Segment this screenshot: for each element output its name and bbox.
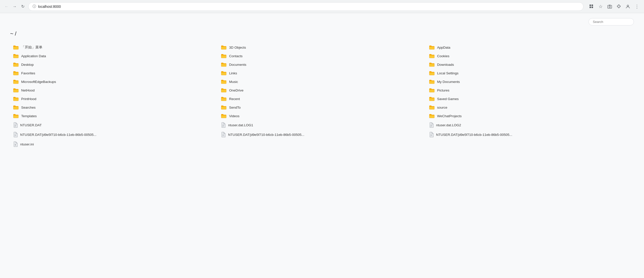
forward-button[interactable]: →: [11, 3, 18, 10]
folder-icon: [13, 54, 19, 58]
file-item[interactable]: NTUSER.DAT{d9e5f710-b6cb-11eb-86b5-00505…: [218, 130, 426, 139]
svg-rect-0: [590, 5, 591, 6]
folder-icon: [429, 45, 435, 50]
folder-icon: [13, 71, 19, 75]
file-item[interactable]: ntuser.dat.LOG1: [218, 120, 426, 130]
reload-button[interactable]: ↻: [19, 3, 26, 10]
file-icon: [13, 122, 18, 128]
file-icon: [429, 122, 434, 128]
item-name: Application Data: [21, 54, 46, 58]
item-name: Local Settings: [437, 71, 459, 75]
item-name: MicrosoftEdgeBackups: [21, 80, 56, 84]
grid-view-button[interactable]: [587, 3, 596, 11]
folder-item[interactable]: WeChatProjects: [426, 112, 634, 120]
item-name: ntuser.dat.LOG2: [436, 123, 461, 127]
folder-item[interactable]: SendTo: [218, 103, 426, 112]
dat2-file-icon: [221, 132, 226, 137]
folder-item[interactable]: MicrosoftEdgeBackups: [10, 77, 218, 86]
file-item[interactable]: ntuser.dat.LOG2: [426, 120, 634, 130]
folder-item[interactable]: Pictures: [426, 86, 634, 95]
item-name: NTUSER.DAT{d9e5f710-b6cb-11eb-86b5-00505…: [20, 133, 96, 137]
folder-item[interactable]: Favorites: [10, 69, 218, 77]
file-item[interactable]: ntuser.ini: [10, 139, 218, 149]
item-name: Pictures: [437, 88, 450, 92]
folder-item[interactable]: Downloads: [426, 60, 634, 69]
file-item[interactable]: NTUSER.DAT{d9e5f710-b6cb-11eb-86b5-00505…: [10, 130, 218, 139]
url-display: localhost:8000: [38, 5, 579, 9]
folder-icon: [13, 45, 19, 50]
folder-icon: [221, 97, 227, 101]
back-button[interactable]: ←: [3, 3, 10, 10]
folder-icon: [221, 88, 227, 92]
svg-rect-24: [15, 144, 16, 145]
file-item[interactable]: NTUSER.DAT{d9e5f710-b6cb-11eb-86b5-00505…: [426, 130, 634, 139]
screenshot-button[interactable]: [606, 3, 614, 11]
svg-rect-2: [590, 7, 591, 8]
folder-icon: [13, 88, 19, 92]
item-name: source: [437, 106, 447, 109]
extensions-button[interactable]: [615, 3, 623, 11]
grid-icon: [589, 4, 594, 9]
folder-item[interactable]: Links: [218, 69, 426, 77]
folder-item[interactable]: Cookies: [426, 52, 634, 60]
folder-item[interactable]: OneDrive: [218, 86, 426, 95]
svg-rect-4: [608, 5, 612, 8]
folder-item[interactable]: Contacts: [218, 52, 426, 60]
folder-item[interactable]: My Documents: [426, 77, 634, 86]
svg-point-5: [609, 6, 610, 8]
item-name: NTUSER.DAT{d9e5f710-b6cb-11eb-86b5-00505…: [436, 133, 512, 137]
folder-icon: [429, 71, 435, 75]
folder-item[interactable]: Application Data: [10, 52, 218, 60]
folder-item[interactable]: AppData: [426, 43, 634, 52]
folder-icon: [429, 54, 435, 58]
file-grid: 「开始」菜单 3D Objects AppData Applicati: [10, 43, 634, 149]
folder-item[interactable]: NetHood: [10, 86, 218, 95]
menu-button[interactable]: ⋮: [633, 3, 641, 11]
folder-icon: [429, 79, 435, 84]
folder-item[interactable]: Videos: [218, 112, 426, 120]
item-name: 「开始」菜单: [21, 45, 42, 50]
profile-button[interactable]: [624, 3, 632, 11]
item-name: Cookies: [437, 54, 450, 58]
file-item[interactable]: NTUSER.DAT: [10, 120, 218, 130]
browser-toolbar: ← → ↻ ⓘ localhost:8000 ☆: [0, 0, 644, 13]
folder-item[interactable]: Documents: [218, 60, 426, 69]
item-name: ntuser.dat.LOG1: [228, 123, 253, 127]
item-name: Searches: [21, 106, 36, 109]
folder-item[interactable]: Local Settings: [426, 69, 634, 77]
page-search-input[interactable]: [589, 18, 634, 25]
security-icon: ⓘ: [33, 4, 36, 9]
folder-item[interactable]: Music: [218, 77, 426, 86]
extensions-icon: [617, 4, 621, 9]
item-name: Downloads: [437, 63, 454, 67]
folder-icon: [13, 97, 19, 101]
item-name: Favorites: [21, 71, 35, 75]
svg-rect-3: [592, 7, 593, 8]
folder-item[interactable]: PrintHood: [10, 95, 218, 103]
item-name: AppData: [437, 46, 451, 49]
item-name: OneDrive: [229, 88, 243, 92]
folder-icon: [429, 97, 435, 101]
page-search-container: [10, 18, 634, 25]
folder-icon: [13, 62, 19, 67]
item-name: SendTo: [229, 106, 241, 109]
folder-icon: [221, 71, 227, 75]
folder-item[interactable]: source: [426, 103, 634, 112]
folder-item[interactable]: Searches: [10, 103, 218, 112]
address-bar[interactable]: ⓘ localhost:8000: [28, 2, 583, 11]
nav-buttons: ← → ↻: [3, 3, 26, 10]
item-name: Documents: [229, 63, 246, 67]
folder-item[interactable]: 3D Objects: [218, 43, 426, 52]
folder-icon: [221, 114, 227, 118]
folder-item[interactable]: Templates: [10, 112, 218, 120]
folder-item[interactable]: 「开始」菜单: [10, 43, 218, 52]
item-name: WeChatProjects: [437, 114, 462, 118]
item-name: Templates: [21, 114, 37, 118]
svg-point-7: [627, 5, 629, 7]
folder-item[interactable]: Saved Games: [426, 95, 634, 103]
folder-item[interactable]: Desktop: [10, 60, 218, 69]
folder-item[interactable]: Recent: [218, 95, 426, 103]
item-name: Music: [229, 80, 238, 84]
item-name: NTUSER.DAT{d9e5f710-b6cb-11eb-86b5-00505…: [228, 133, 304, 137]
bookmark-button[interactable]: ☆: [597, 3, 605, 11]
